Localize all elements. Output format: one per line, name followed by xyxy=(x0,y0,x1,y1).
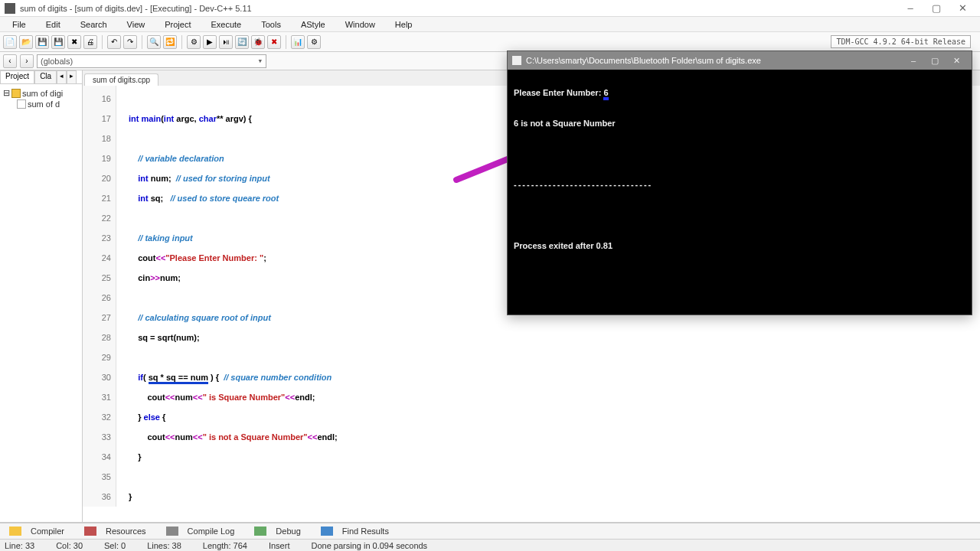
sidetab-nav-right[interactable]: ▸ xyxy=(67,70,77,83)
menu-search[interactable]: Search xyxy=(71,18,116,31)
menubar: File Edit Search View Project Execute To… xyxy=(0,17,980,32)
console-minimize[interactable]: – xyxy=(903,56,924,65)
status-parse: Done parsing in 0.094 seconds xyxy=(311,541,427,550)
menu-execute[interactable]: Execute xyxy=(201,18,250,31)
find-results-icon xyxy=(321,527,333,536)
console-maximize[interactable]: ▢ xyxy=(924,56,946,66)
status-col: Col: 30 xyxy=(56,541,83,550)
menu-window[interactable]: Window xyxy=(336,18,384,31)
sidetab-project[interactable]: Project xyxy=(0,70,34,83)
menu-project[interactable]: Project xyxy=(155,18,200,31)
console-icon xyxy=(512,56,521,65)
tab-debug[interactable]: Debug xyxy=(248,523,312,539)
status-bar: Line: 33 Col: 30 Sel: 0 Lines: 38 Length… xyxy=(0,539,980,551)
close-button[interactable]: ✕ xyxy=(949,2,975,14)
redo-icon[interactable]: ↷ xyxy=(123,35,137,49)
tree-minus-icon: ⊟ xyxy=(3,88,10,98)
rebuild-icon[interactable]: 🔄 xyxy=(235,35,249,49)
stop-icon[interactable]: ✖ xyxy=(267,35,281,49)
gutter: 1617181920212223242526272829303132333435… xyxy=(83,86,116,507)
tree-project[interactable]: ⊟ sum of digi xyxy=(3,87,79,99)
options-icon[interactable]: ⚙ xyxy=(307,35,321,49)
file-tab[interactable]: sum of digits.cpp xyxy=(84,73,158,86)
menu-help[interactable]: Help xyxy=(386,18,422,31)
cpp-file-icon xyxy=(17,99,26,109)
tree-file[interactable]: sum of d xyxy=(3,99,79,109)
status-mode: Insert xyxy=(269,541,290,550)
sidetab-nav-left[interactable]: ◂ xyxy=(57,70,67,83)
run-icon[interactable]: ▶ xyxy=(203,35,217,49)
tab-compiler[interactable]: Compiler xyxy=(3,523,77,539)
tree-project-label: sum of digi xyxy=(22,89,63,98)
menu-astyle[interactable]: AStyle xyxy=(292,18,335,31)
tab-resources[interactable]: Resources xyxy=(78,523,158,539)
profile-icon[interactable]: 📊 xyxy=(291,35,305,49)
console-close[interactable]: ✕ xyxy=(946,56,967,66)
window-title: sum of digits - [sum of digits.dev] - [E… xyxy=(20,4,252,13)
status-line: Line: 33 xyxy=(5,541,34,550)
menu-file[interactable]: File xyxy=(3,18,35,31)
globals-select[interactable]: (globals) xyxy=(37,54,266,68)
save-icon[interactable]: 💾 xyxy=(35,35,49,49)
side-panel: Project Cla ◂ ▸ ⊟ sum of digi sum of d xyxy=(0,70,83,530)
toolbar: 📄 📂 💾 💾 ✖ 🖨 ↶ ↷ 🔍 🔁 ⚙ ▶ ⏯ 🔄 🐞 ✖ 📊 ⚙ TDM-… xyxy=(0,32,980,52)
new-icon[interactable]: 📄 xyxy=(3,35,17,49)
debug-check-icon xyxy=(254,527,266,536)
console-output: Please Enter Number: 6 6 is not a Square… xyxy=(508,70,972,269)
project-icon xyxy=(11,89,21,98)
maximize-button[interactable]: ▢ xyxy=(923,2,949,14)
close-icon[interactable]: ✖ xyxy=(67,35,81,49)
menu-edit[interactable]: Edit xyxy=(37,18,70,31)
find-icon[interactable]: 🔍 xyxy=(147,35,161,49)
open-icon[interactable]: 📂 xyxy=(19,35,33,49)
tree-file-label: sum of d xyxy=(28,99,60,109)
replace-icon[interactable]: 🔁 xyxy=(163,35,177,49)
fwd-icon[interactable]: › xyxy=(20,54,34,68)
menu-tools[interactable]: Tools xyxy=(252,18,290,31)
console-window[interactable]: C:\Users\smarty\Documents\Bluetooth Fold… xyxy=(507,51,972,315)
sidetab-classes[interactable]: Cla xyxy=(34,70,57,83)
debug-icon[interactable]: 🐞 xyxy=(251,35,265,49)
menu-view[interactable]: View xyxy=(118,18,155,31)
bottom-tabs: Compiler Resources Compile Log Debug Fin… xyxy=(0,522,980,539)
minimize-button[interactable]: – xyxy=(897,2,923,14)
titlebar: sum of digits - [sum of digits.dev] - [E… xyxy=(0,0,980,17)
compiler-icon xyxy=(9,527,21,536)
tab-compile-log[interactable]: Compile Log xyxy=(160,523,247,539)
console-title-text: C:\Users\smarty\Documents\Bluetooth Fold… xyxy=(526,56,761,65)
saveall-icon[interactable]: 💾 xyxy=(51,35,65,49)
compile-run-icon[interactable]: ⏯ xyxy=(219,35,233,49)
app-icon xyxy=(5,3,15,14)
resources-icon xyxy=(84,527,96,536)
compiler-select[interactable]: TDM-GCC 4.9.2 64-bit Release xyxy=(831,35,971,48)
console-titlebar: C:\Users\smarty\Documents\Bluetooth Fold… xyxy=(508,51,972,70)
status-length: Length: 764 xyxy=(203,541,247,550)
undo-icon[interactable]: ↶ xyxy=(107,35,121,49)
status-sel: Sel: 0 xyxy=(104,541,126,550)
compile-icon[interactable]: ⚙ xyxy=(187,35,201,49)
status-lines: Lines: 38 xyxy=(147,541,181,550)
back-icon[interactable]: ‹ xyxy=(3,54,17,68)
print-icon[interactable]: 🖨 xyxy=(83,35,97,49)
tab-find-results[interactable]: Find Results xyxy=(315,523,401,539)
log-icon xyxy=(166,527,178,536)
